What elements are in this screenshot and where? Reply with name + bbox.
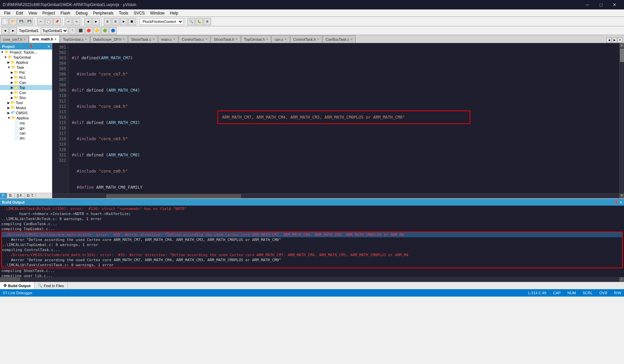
tree-can2[interactable]: 📄 can [0, 130, 52, 135]
tab-close-icon[interactable]: × [123, 37, 125, 41]
tab-close-icon[interactable]: × [351, 37, 353, 41]
menu-edit[interactable]: Edit [13, 10, 26, 16]
build-all-button[interactable]: ⚙ [112, 18, 119, 25]
tree-ma[interactable]: 📄 ma [0, 120, 52, 125]
tab-canbustaskc[interactable]: CanBusTask.c × [323, 35, 356, 43]
menu-debug[interactable]: Debug [73, 10, 90, 16]
build-content[interactable]: ..\IMCALib\Task\RcTask.c(150): error: #1… [0, 206, 624, 277]
tab-scroll-left[interactable]: ◀ [606, 37, 612, 43]
tab-close-icon[interactable]: × [55, 37, 57, 41]
expand-icon[interactable]: ▶ [11, 76, 13, 79]
build-hscroll[interactable] [0, 277, 619, 282]
tab-close-icon[interactable]: × [236, 37, 238, 41]
tab-close-icon[interactable]: × [153, 37, 155, 41]
undo-button[interactable]: ↩ [65, 18, 72, 25]
sidebar-tab-build[interactable]: B. [7, 193, 14, 198]
scrollbar-track[interactable] [620, 48, 624, 193]
sidebar-pin-icon[interactable]: 📌 [29, 44, 33, 49]
menu-tools[interactable]: Tools [116, 10, 131, 16]
t2-btn7[interactable]: 🟢 [101, 27, 109, 34]
tab-core-cm7h[interactable]: core_cm7.h × [0, 35, 29, 43]
tab-mainc[interactable]: main.c × [158, 35, 178, 43]
tab-arm-mathh[interactable]: arm_math.h × [29, 35, 59, 43]
cut-button[interactable]: ✂ [37, 18, 44, 25]
code-vertical-scrollbar[interactable]: ▲ ▼ [619, 43, 624, 198]
expand-icon[interactable]: ▶ [7, 106, 10, 110]
tree-pid[interactable]: ▶ 📁 Pid [0, 70, 52, 75]
tab-scroll-right[interactable]: ▶ [612, 37, 617, 43]
t2-btn6[interactable]: 🟡 [93, 27, 100, 34]
debug-button[interactable]: 🐛 [196, 18, 203, 25]
tab-datascopedph[interactable]: DataScope_DP.h × [90, 35, 128, 43]
target2-dropdown[interactable]: TopGimbal1 [41, 27, 68, 34]
expand-icon[interactable]: ▶ [11, 81, 13, 84]
expand-icon[interactable]: ▼ [1, 51, 4, 54]
nav-fwd-button[interactable]: ▶ [92, 18, 100, 25]
tab-topgimbalc[interactable]: TopGimbal.c × [60, 35, 90, 43]
tab-close-icon[interactable]: × [24, 37, 26, 41]
tree-project-root[interactable]: ▼ 📁 Project: TopGir... [0, 50, 52, 55]
build-hscroll-thumb[interactable] [0, 277, 20, 281]
menu-svcs[interactable]: SVCS [131, 10, 148, 16]
menu-help[interactable]: Help [167, 10, 181, 16]
build-close-icon[interactable]: × [620, 200, 622, 205]
close-button[interactable]: ✕ [608, 0, 621, 9]
tree-topgimbal[interactable]: ▼ 📁 TopGimbal [0, 55, 52, 60]
t2-btn8[interactable]: 🔵 [109, 27, 117, 34]
tab-close-icon[interactable]: × [206, 37, 208, 41]
tree-rc1[interactable]: ▶ 📁 Rc1 [0, 75, 52, 80]
tab-controltaskc[interactable]: ControlTask.c × [179, 35, 210, 43]
tree-gpi[interactable]: 📄 gpi [0, 125, 52, 130]
maximize-button[interactable]: □ [594, 0, 608, 9]
t2-btn3[interactable]: ↑ [69, 27, 76, 34]
t2-btn1[interactable]: ◀ [1, 27, 9, 34]
expand-icon[interactable]: ▶ [11, 71, 13, 74]
stop-button[interactable]: ⏹ [128, 18, 136, 25]
tree-tool[interactable]: ▶ 📁 Tool [0, 100, 52, 105]
expand-icon[interactable]: ▶ [7, 61, 10, 64]
target-dropdown[interactable]: PluckFrictionControl [140, 18, 183, 25]
open-button[interactable]: 📂 [9, 18, 17, 25]
new-file-button[interactable]: 📄 [1, 18, 9, 25]
sidebar-tab-functions[interactable]: {} F. [15, 193, 25, 198]
build-pin-icon[interactable]: 📌 [614, 200, 619, 205]
expand-icon[interactable]: ▼ [7, 116, 10, 120]
scrollbar-thumb[interactable] [620, 49, 624, 62]
tab-close-icon[interactable]: × [317, 37, 319, 41]
tab-close-icon[interactable]: × [85, 37, 87, 41]
tree-sho[interactable]: ▶ 📁 Sho [0, 95, 52, 100]
tab-shoottaskc[interactable]: ShootTask.c × [128, 35, 158, 43]
tab-close-icon[interactable]: × [173, 37, 175, 41]
t2-btn4[interactable]: ⬛ [77, 27, 84, 34]
build-button[interactable]: ⚙ [104, 18, 111, 25]
tab-close-all[interactable]: × [617, 37, 623, 43]
menu-window[interactable]: Window [147, 10, 167, 16]
tab-close-icon[interactable]: × [266, 37, 268, 41]
tree-can[interactable]: ▶ 📁 Can [0, 80, 52, 85]
build-tab-find[interactable]: 🔍 Find In Files [34, 282, 68, 289]
menu-peripherals[interactable]: Peripherals [90, 10, 116, 16]
code-scroll[interactable]: 301 302 303 304 305 306 307 308 309 310 … [52, 43, 619, 193]
t2-btn2[interactable]: ▶ [9, 27, 17, 34]
tab-shoottaskh[interactable]: ShootTask.h × [211, 35, 240, 43]
tab-canc[interactable]: can.c × [271, 35, 290, 43]
save-all-button[interactable]: 💾 [26, 18, 33, 25]
tab-close-icon[interactable]: × [285, 37, 287, 41]
tree-applica2[interactable]: ▼ 📁 Applica [0, 115, 52, 120]
tab-controltaskh[interactable]: ControlTask.h × [290, 35, 322, 43]
tree-modul[interactable]: ▶ 📁 Modul [0, 105, 52, 110]
code-horizontal-scrollbar[interactable] [52, 193, 619, 198]
tree-cmsis[interactable]: ▶ 💎 CMSIS [0, 110, 52, 115]
tree-top[interactable]: ▶ 📁 Top [0, 85, 52, 90]
expand-icon[interactable]: ▼ [7, 66, 10, 69]
tab-topgimbalh[interactable]: TopGimbal.h × [241, 35, 271, 43]
expand-icon[interactable]: ▶ [7, 111, 10, 115]
expand-icon[interactable]: ▶ [7, 101, 10, 104]
expand-icon[interactable]: ▶ [11, 91, 13, 94]
scrollbar-down-arrow[interactable]: ▼ [620, 193, 624, 198]
sidebar-tab-project[interactable]: P. [0, 193, 7, 198]
tree-con[interactable]: ▶ 📁 Con [0, 90, 52, 95]
sidebar-tab-templates[interactable]: Ð. T. [25, 193, 36, 198]
expand-icon[interactable]: ▼ [4, 56, 7, 59]
expand-icon[interactable]: ▶ [11, 86, 13, 89]
